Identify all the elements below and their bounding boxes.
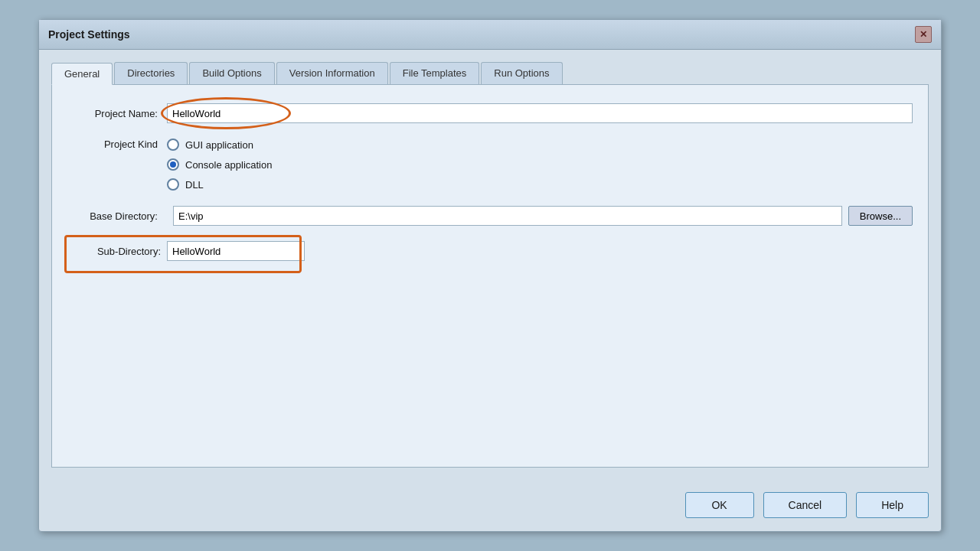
title-bar: Project Settings ✕ — [39, 20, 941, 50]
browse-button[interactable]: Browse... — [848, 206, 913, 226]
radio-gui-application[interactable]: GUI application — [167, 139, 272, 151]
sub-directory-label: Sub-Directory: — [67, 246, 167, 257]
radio-btn-dll[interactable] — [167, 178, 179, 191]
project-name-label: Project Name: — [67, 108, 167, 119]
tab-run-options[interactable]: Run Options — [481, 62, 562, 84]
tab-build-options[interactable]: Build Options — [189, 62, 274, 84]
project-kind-radio-group: GUI application Console application DLL — [167, 139, 272, 191]
radio-console-label: Console application — [185, 159, 272, 171]
project-name-row: Project Name: — [67, 103, 913, 123]
project-name-input[interactable] — [167, 103, 913, 123]
sub-directory-wrapper: Sub-Directory: — [67, 241, 305, 261]
base-directory-label: Base Directory: — [67, 210, 167, 222]
radio-dll-label: DLL — [185, 179, 204, 191]
close-button[interactable]: ✕ — [915, 26, 932, 43]
project-kind-label: Project Kind — [67, 139, 167, 150]
project-kind-row: Project Kind GUI application Console app… — [67, 139, 913, 191]
general-tab-content: Project Name: Project Kind GUI applicati… — [51, 85, 929, 468]
tab-bar: General Directories Build Options Versio… — [51, 62, 929, 85]
radio-gui-label: GUI application — [185, 139, 253, 151]
base-directory-input[interactable] — [173, 206, 842, 226]
cancel-button[interactable]: Cancel — [763, 492, 848, 518]
project-settings-dialog: Project Settings ✕ General Directories B… — [38, 19, 942, 532]
radio-btn-console[interactable] — [167, 158, 179, 171]
base-directory-row: Base Directory: Browse... — [67, 206, 913, 226]
project-name-wrapper — [167, 103, 913, 123]
window-title: Project Settings — [48, 28, 130, 41]
radio-dll[interactable]: DLL — [167, 178, 272, 191]
tab-version-information[interactable]: Version Information — [276, 62, 388, 84]
help-button[interactable]: Help — [856, 492, 929, 518]
tab-general[interactable]: General — [51, 63, 113, 85]
tab-directories[interactable]: Directories — [114, 62, 188, 84]
ok-button[interactable]: OK — [685, 492, 754, 518]
radio-console-application[interactable]: Console application — [167, 158, 272, 171]
sub-directory-row: Sub-Directory: — [67, 241, 913, 261]
tab-file-templates[interactable]: File Templates — [390, 62, 480, 84]
dialog-button-row: OK Cancel Help — [39, 480, 941, 530]
window-body: General Directories Build Options Versio… — [39, 50, 941, 480]
sub-directory-input[interactable] — [167, 241, 305, 261]
radio-btn-gui[interactable] — [167, 139, 179, 151]
